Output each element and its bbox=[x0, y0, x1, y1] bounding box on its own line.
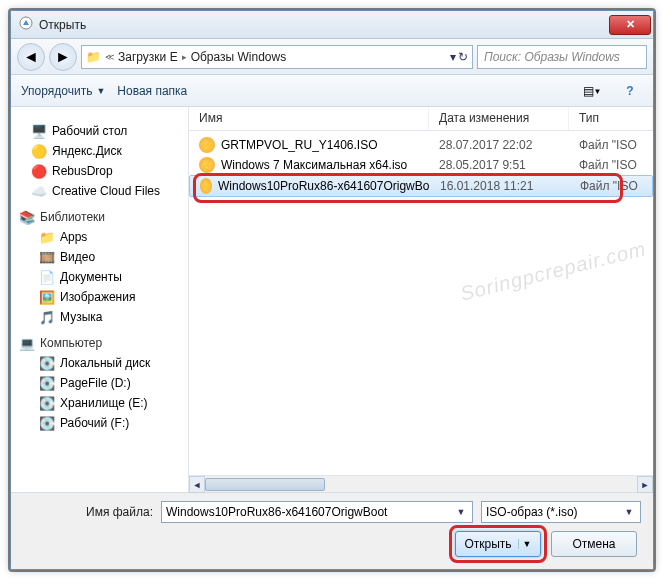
help-button[interactable]: ? bbox=[617, 80, 643, 102]
address-bar[interactable]: 📁 ≪ Загрузки E▸ Образы Windows ▾ ↻ bbox=[81, 45, 473, 69]
dropdown-icon[interactable]: ▼ bbox=[518, 539, 532, 549]
sidebar-header[interactable]: 💻Компьютер bbox=[11, 333, 188, 353]
iso-file-icon: ⚡ bbox=[200, 178, 212, 194]
folder-icon: 🟡 bbox=[31, 143, 47, 159]
file-row[interactable]: ⚡Windows10ProRux86-x641607OrigwBoot...16… bbox=[189, 175, 653, 197]
file-list[interactable]: ⚡GRTMPVOL_RU_Y1406.ISO28.07.2017 22:02Фа… bbox=[189, 131, 653, 475]
dropdown-icon: ▼ bbox=[594, 87, 602, 96]
file-date: 28.05.2017 9:51 bbox=[429, 158, 569, 172]
sidebar-item[interactable]: 💽Локальный диск bbox=[11, 353, 188, 373]
open-button[interactable]: Открыть ▼ bbox=[455, 531, 541, 557]
sidebar-item-label: PageFile (D:) bbox=[60, 376, 131, 390]
sidebar-header[interactable]: 📚Библиотеки bbox=[11, 207, 188, 227]
breadcrumb-label: Загрузки E bbox=[118, 50, 178, 64]
sidebar-item[interactable]: 💽Хранилище (E:) bbox=[11, 393, 188, 413]
sidebar-item-label: Хранилище (E:) bbox=[60, 396, 147, 410]
scroll-right-icon[interactable]: ► bbox=[637, 476, 653, 493]
folder-icon: 🖥️ bbox=[31, 123, 47, 139]
sidebar-item[interactable]: 🎵Музыка bbox=[11, 307, 188, 327]
sidebar-item-label: Рабочий стол bbox=[52, 124, 127, 138]
sidebar-header-label: Компьютер bbox=[40, 336, 102, 350]
back-button[interactable]: ◄ bbox=[17, 43, 45, 71]
column-date[interactable]: Дата изменения bbox=[429, 107, 569, 130]
file-type: Файл "ISO bbox=[570, 179, 652, 193]
file-date: 16.01.2018 11:21 bbox=[430, 179, 570, 193]
filename-label: Имя файла: bbox=[23, 505, 153, 519]
breadcrumb-seg-2[interactable]: Образы Windows bbox=[191, 50, 287, 64]
sidebar-header-label: Библиотеки bbox=[40, 210, 105, 224]
sidebar-item-label: Локальный диск bbox=[60, 356, 150, 370]
scroll-thumb[interactable] bbox=[205, 478, 325, 491]
forward-icon: ► bbox=[55, 48, 71, 66]
folder-icon: 📁 bbox=[86, 50, 101, 64]
column-type[interactable]: Тип bbox=[569, 107, 653, 130]
window-title: Открыть bbox=[39, 18, 609, 32]
horizontal-scrollbar[interactable]: ◄ ► bbox=[189, 475, 653, 492]
sidebar-item[interactable]: ☁️Creative Cloud Files bbox=[11, 181, 188, 201]
folder-icon: 🎵 bbox=[39, 309, 55, 325]
sidebar-item[interactable]: 🖼️Изображения bbox=[11, 287, 188, 307]
navbar: ◄ ► 📁 ≪ Загрузки E▸ Образы Windows ▾ ↻ П… bbox=[11, 39, 653, 75]
chevron-right-icon: ▸ bbox=[182, 52, 187, 62]
folder-icon: 💽 bbox=[39, 375, 55, 391]
sidebar-item-label: Рабочий (F:) bbox=[60, 416, 129, 430]
sidebar-item[interactable]: 🟡Яндекс.Диск bbox=[11, 141, 188, 161]
file-row[interactable]: ⚡Windows 7 Максимальная x64.iso28.05.201… bbox=[189, 155, 653, 175]
footer: Имя файла: ▼ ISO-образ (*.iso) ▼ Открыть… bbox=[11, 492, 653, 569]
dropdown-icon[interactable]: ▼ bbox=[622, 507, 636, 517]
file-name: GRTMPVOL_RU_Y1406.ISO bbox=[221, 138, 378, 152]
chevron-icon: ≪ bbox=[105, 52, 114, 62]
dropdown-icon[interactable]: ▼ bbox=[454, 507, 468, 517]
dropdown-icon: ▼ bbox=[96, 86, 105, 96]
back-icon: ◄ bbox=[23, 48, 39, 66]
search-placeholder: Поиск: Образы Windows bbox=[484, 50, 620, 64]
app-icon bbox=[19, 16, 33, 34]
view-menu[interactable]: ▤▼ bbox=[579, 80, 605, 102]
view-icon: ▤ bbox=[583, 84, 594, 98]
forward-button[interactable]: ► bbox=[49, 43, 77, 71]
folder-icon: 💽 bbox=[39, 415, 55, 431]
titlebar[interactable]: Открыть ✕ bbox=[11, 11, 653, 39]
iso-file-icon: ⚡ bbox=[199, 157, 215, 173]
iso-file-icon: ⚡ bbox=[199, 137, 215, 153]
sidebar-item[interactable]: 📁Apps bbox=[11, 227, 188, 247]
sidebar-item[interactable]: 🔴RebusDrop bbox=[11, 161, 188, 181]
filename-input[interactable] bbox=[166, 503, 454, 521]
filename-combo[interactable]: ▼ bbox=[161, 501, 473, 523]
file-row[interactable]: ⚡GRTMPVOL_RU_Y1406.ISO28.07.2017 22:02Фа… bbox=[189, 135, 653, 155]
filetype-value: ISO-образ (*.iso) bbox=[486, 505, 622, 519]
sidebar-item-label: Видео bbox=[60, 250, 95, 264]
column-name[interactable]: Имя bbox=[189, 107, 429, 130]
sidebar-item[interactable]: 💽Рабочий (F:) bbox=[11, 413, 188, 433]
breadcrumb-seg-1[interactable]: Загрузки E▸ bbox=[118, 50, 187, 64]
folder-icon: 🔴 bbox=[31, 163, 47, 179]
new-folder-button[interactable]: Новая папка bbox=[117, 84, 187, 98]
sidebar-item-label: Creative Cloud Files bbox=[52, 184, 160, 198]
library-icon: 📚 bbox=[19, 209, 35, 225]
scroll-left-icon[interactable]: ◄ bbox=[189, 476, 205, 493]
organize-menu[interactable]: Упорядочить ▼ bbox=[21, 84, 105, 98]
sidebar[interactable]: 🖥️Рабочий стол🟡Яндекс.Диск🔴RebusDrop☁️Cr… bbox=[11, 107, 189, 492]
refresh-icon[interactable]: ↻ bbox=[458, 50, 468, 64]
sidebar-item-label: RebusDrop bbox=[52, 164, 113, 178]
file-type: Файл "ISO bbox=[569, 138, 653, 152]
cancel-button[interactable]: Отмена bbox=[551, 531, 637, 557]
close-button[interactable]: ✕ bbox=[609, 15, 651, 35]
sidebar-item[interactable]: 🖥️Рабочий стол bbox=[11, 121, 188, 141]
search-input[interactable]: Поиск: Образы Windows bbox=[477, 45, 647, 69]
folder-icon: 🎞️ bbox=[39, 249, 55, 265]
close-icon: ✕ bbox=[626, 18, 635, 31]
sidebar-item-label: Документы bbox=[60, 270, 122, 284]
file-list-panel: Имя Дата изменения Тип ⚡GRTMPVOL_RU_Y140… bbox=[189, 107, 653, 492]
sidebar-item[interactable]: 📄Документы bbox=[11, 267, 188, 287]
toolbar: Упорядочить ▼ Новая папка ▤▼ ? bbox=[11, 75, 653, 107]
folder-icon: 🖼️ bbox=[39, 289, 55, 305]
sidebar-item-label: Яндекс.Диск bbox=[52, 144, 122, 158]
folder-icon: 📄 bbox=[39, 269, 55, 285]
dropdown-icon[interactable]: ▾ bbox=[450, 50, 456, 64]
filetype-combo[interactable]: ISO-образ (*.iso) ▼ bbox=[481, 501, 641, 523]
column-header-row: Имя Дата изменения Тип bbox=[189, 107, 653, 131]
organize-label: Упорядочить bbox=[21, 84, 92, 98]
sidebar-item[interactable]: 🎞️Видео bbox=[11, 247, 188, 267]
sidebar-item[interactable]: 💽PageFile (D:) bbox=[11, 373, 188, 393]
